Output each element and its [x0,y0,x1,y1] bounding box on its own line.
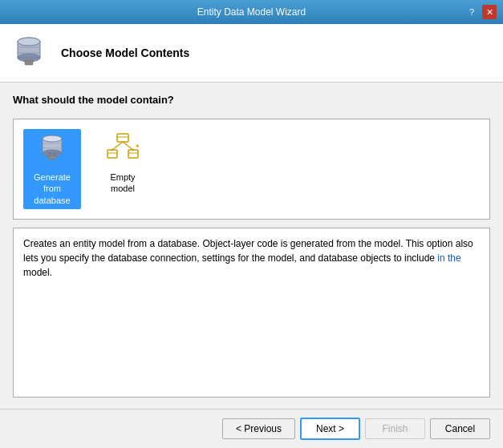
dialog-title: Entity Data Model Wizard [39,6,464,18]
svg-point-16 [43,135,62,142]
svg-point-4 [18,38,40,46]
empty-model-icon: ✦ [106,132,140,168]
footer-section: < Previous Next > Finish Cancel [0,409,503,448]
description-box: Creates an entity model from a database.… [13,228,490,398]
generate-db-label: Generate from database [26,172,78,206]
svg-text:✦: ✦ [135,143,140,150]
description-text: Creates an entity model from a database.… [23,238,473,278]
svg-point-23 [54,152,55,154]
header-icon [13,34,51,72]
close-button[interactable]: ✕ [482,5,497,19]
svg-rect-28 [128,150,138,158]
svg-point-22 [49,152,51,154]
option-generate-from-db[interactable]: Generate from database [23,129,81,209]
options-box: Generate from database [13,119,490,220]
svg-rect-24 [117,134,128,142]
title-controls: ? ✕ [464,5,497,19]
option-empty-model[interactable]: ✦ Empty model [94,129,152,198]
previous-button[interactable]: < Previous [222,418,295,439]
section-label: What should the model contain? [13,94,490,106]
dialog-body: Choose Model Contents What should the mo… [0,24,503,448]
help-button[interactable]: ? [464,5,479,19]
title-bar: Entity Data Model Wizard ? ✕ [0,0,503,24]
svg-point-11 [30,56,33,59]
cancel-button[interactable]: Cancel [430,418,490,439]
description-highlight: in the [437,252,460,264]
content-section: What should the model contain? [0,83,503,409]
finish-button: Finish [365,418,425,439]
svg-rect-7 [25,60,33,65]
empty-model-label: Empty model [97,172,148,195]
header-title: Choose Model Contents [61,46,189,59]
header-section: Choose Model Contents [0,24,503,83]
generate-db-icon [35,132,69,168]
svg-line-31 [123,142,133,150]
svg-rect-26 [107,150,117,158]
svg-point-10 [26,56,28,59]
svg-rect-19 [48,155,56,159]
svg-line-30 [112,142,123,150]
svg-point-32 [112,149,113,151]
svg-point-33 [132,149,134,151]
next-button[interactable]: Next > [300,418,360,440]
